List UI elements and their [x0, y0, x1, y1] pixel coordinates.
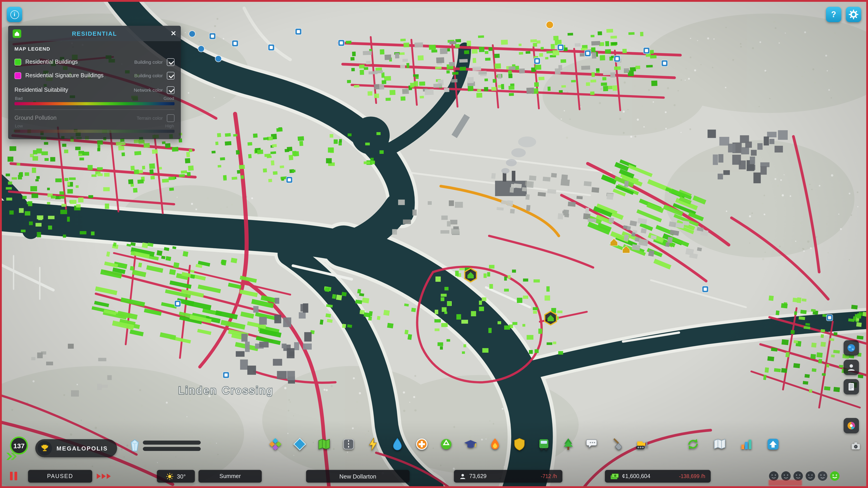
signature-buildings-checkbox[interactable] [167, 72, 175, 79]
season-pill[interactable]: Summer [198, 470, 262, 483]
tool-terrain-button[interactable] [315, 435, 334, 454]
row-label: Ground Pollution [14, 115, 57, 121]
tool-water-button[interactable] [388, 435, 407, 454]
signature-building-marker[interactable] [545, 311, 557, 325]
map-service-marker[interactable] [557, 44, 564, 51]
map-globe-button[interactable] [844, 340, 859, 356]
milestone-pill[interactable]: MEGALOPOLIS [35, 439, 117, 457]
journal-icon [846, 381, 857, 392]
type-label: Terrain color [136, 115, 163, 121]
map-service-marker[interactable] [223, 372, 229, 378]
map-service-marker[interactable] [702, 286, 708, 292]
map-service-marker[interactable] [232, 40, 238, 46]
advisor-face-icon[interactable] [817, 471, 828, 481]
tool-education-button[interactable] [461, 435, 480, 454]
map-service-marker[interactable] [209, 33, 216, 39]
help-button[interactable]: ? [826, 7, 841, 22]
tool-bulldozer-button[interactable] [632, 435, 651, 454]
ground-pollution-checkbox[interactable] [167, 114, 175, 122]
map-info-marker[interactable] [215, 56, 221, 62]
xp-widget[interactable] [129, 439, 201, 452]
map-service-marker[interactable] [295, 29, 302, 35]
suitability-gradient [14, 102, 175, 105]
sim-state-pill[interactable]: PAUSED [28, 470, 92, 483]
map-service-marker[interactable] [827, 315, 833, 321]
residential-buildings-swatch [14, 59, 21, 65]
close-icon[interactable]: ✕ [170, 29, 176, 37]
settings-button[interactable] [846, 7, 861, 22]
photo-mode-button[interactable] [844, 418, 859, 433]
tool-economy-button[interactable] [684, 435, 703, 454]
tool-roads-button[interactable] [339, 435, 358, 454]
row-label: Residential Signature Buildings [25, 72, 103, 78]
tool-parks-button[interactable] [559, 435, 578, 454]
signature-building-marker[interactable] [465, 268, 476, 282]
signature-buildings-swatch [14, 72, 21, 79]
city-name-pill[interactable]: New Dollarton [306, 470, 410, 483]
tool-police-button[interactable] [510, 435, 529, 454]
tool-progression-button[interactable] [764, 435, 782, 454]
map-service-marker[interactable] [175, 300, 181, 307]
map-service-marker[interactable] [661, 60, 668, 66]
map-service-marker[interactable] [286, 177, 292, 183]
tool-fire-rescue-button[interactable] [486, 435, 504, 454]
infoview-button[interactable]: i [7, 7, 22, 22]
tool-transportation-button[interactable] [534, 435, 553, 454]
row-label: Residential Buildings [25, 59, 78, 65]
map-service-marker[interactable] [338, 40, 344, 46]
residential-buildings-checkbox[interactable] [167, 58, 175, 66]
tool-communications-button[interactable] [583, 435, 602, 454]
globe-icon [846, 343, 857, 353]
xp-bar-bottom [143, 447, 201, 451]
panel-body: MAP LEGEND Residential Buildings Buildin… [8, 41, 181, 139]
pollution-gradient [14, 130, 175, 133]
money-pill[interactable]: ¢1,600,604 -138,699 /h [605, 470, 711, 483]
row-label: Residential Suitability [14, 87, 68, 93]
right-toolbar [684, 435, 782, 454]
map-service-marker[interactable] [614, 56, 620, 62]
type-label: Building color [134, 59, 163, 65]
main-toolbar [266, 435, 651, 454]
money-icon [610, 473, 619, 480]
population-pill[interactable]: 73,629 -712 /h [454, 470, 562, 483]
tool-camera-button[interactable] [849, 439, 863, 453]
money-rate: -138,699 /h [679, 474, 705, 479]
journal-button[interactable] [844, 379, 859, 394]
map-info-marker[interactable] [198, 46, 204, 52]
suitability-checkbox[interactable] [167, 86, 175, 94]
milestone-label: MEGALOPOLIS [57, 445, 108, 452]
watermark [769, 480, 802, 486]
scale-max-label: Good [164, 96, 174, 101]
tool-areas-button[interactable] [290, 435, 309, 454]
map-service-marker[interactable] [585, 50, 591, 57]
legend-row-residential-buildings: Residential Buildings Building color [14, 55, 175, 69]
tool-statistics-button[interactable] [737, 435, 756, 454]
people-button[interactable] [844, 360, 859, 375]
tool-map-tiles-button[interactable] [710, 435, 729, 454]
map-service-marker[interactable] [534, 58, 540, 64]
dev-points-icon[interactable] [5, 452, 17, 463]
advisor-face-icon[interactable] [805, 471, 815, 481]
map-city-label: Linden Crossing [178, 385, 274, 396]
pause-icon[interactable] [10, 472, 17, 480]
map-service-marker[interactable] [268, 44, 274, 51]
scale-min-label: Low [15, 123, 23, 128]
temperature-pill[interactable]: 30° [157, 470, 195, 483]
info-icon: i [10, 10, 19, 19]
tool-garbage-button[interactable] [437, 435, 456, 454]
tool-landscaping-button[interactable] [608, 435, 627, 454]
happiness-face-icon[interactable] [830, 471, 840, 481]
person-icon [846, 362, 857, 373]
pollution-scale-labels: Low High [15, 123, 174, 128]
map-alert-marker[interactable] [546, 21, 553, 29]
xp-bar-top [143, 440, 201, 445]
tool-zones-button[interactable] [266, 435, 285, 454]
tool-healthcare-button[interactable] [412, 435, 431, 454]
scale-max-label: High [165, 123, 174, 128]
legend-row-suitability: Residential Suitability Network color [14, 84, 175, 96]
speed-arrows[interactable] [97, 474, 111, 479]
map-info-marker[interactable] [189, 31, 195, 37]
map-service-marker[interactable] [643, 47, 650, 54]
population-rate: -712 /h [541, 474, 557, 479]
tool-electricity-button[interactable] [364, 435, 382, 454]
